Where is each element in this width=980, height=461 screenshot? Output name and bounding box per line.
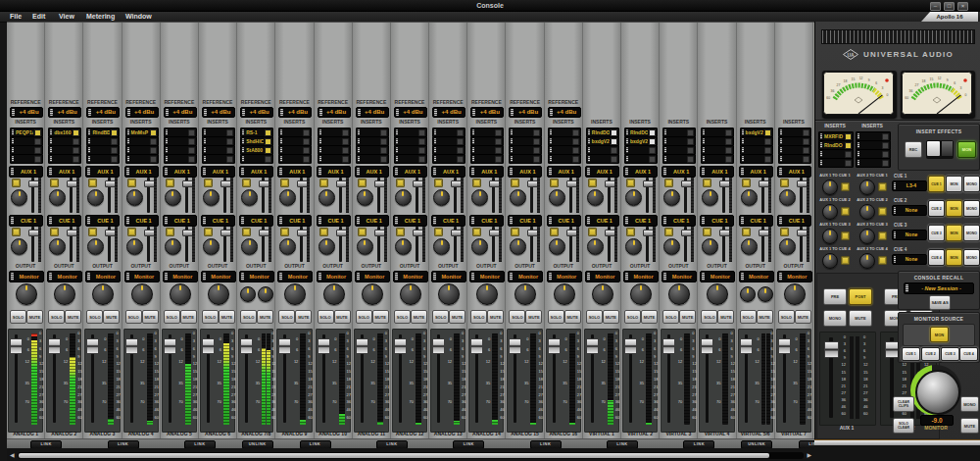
cue-send-level-knob[interactable] [49,238,66,255]
insert-effects-mon-button[interactable]: MON [957,141,976,158]
aux-send-level-knob[interactable] [741,189,758,206]
output-select[interactable]: Monitor [547,271,582,282]
insert-power-button[interactable] [572,129,579,136]
pan-left-knob[interactable] [240,286,256,302]
insert-power-button[interactable] [111,147,118,154]
pan-knob[interactable] [170,283,191,305]
insert-slot[interactable] [548,154,581,164]
insert-power-button[interactable] [845,133,852,140]
cue-send-level-knob[interactable] [779,238,796,255]
reference-level-select[interactable]: +4 dBu [470,107,504,118]
cue-send-header[interactable]: CUE 1 [9,215,43,227]
insert-power-button[interactable] [111,156,118,163]
cue-mon-button[interactable]: MON [946,225,962,241]
reference-level-select[interactable]: +4 dBu [202,107,235,118]
insert-power-button[interactable] [882,133,889,140]
solo-button[interactable]: SOLO [164,310,180,324]
insert-power-button[interactable] [611,147,617,154]
mute-button[interactable]: MUTE [487,310,504,324]
insert-power-button[interactable] [342,156,349,163]
cue-send-enable-button[interactable] [780,228,789,236]
cue-send-level-knob[interactable] [587,238,604,255]
reference-level-select[interactable]: +4 dBu [164,107,197,118]
clear-clips-button[interactable]: CLEAR CLIPS [893,396,914,412]
menu-metering[interactable]: Metering [86,13,115,20]
aux2-to-cue-enable-button[interactable] [878,231,887,240]
pan-knob[interactable] [284,283,306,305]
insert-power-button[interactable] [380,138,387,145]
insert-power-button[interactable] [882,160,889,167]
aux-send-enable-button[interactable] [742,179,751,187]
output-select[interactable]: Monitor [239,271,274,282]
pan-knob[interactable] [400,283,421,305]
aux-send-header[interactable]: AUX 1 [317,166,351,178]
insert-power-button[interactable] [882,151,889,158]
aux-send-enable-button[interactable] [703,179,711,187]
cue-send-enable-button[interactable] [88,228,97,236]
aux-send-header[interactable]: AUX 1 [85,166,120,178]
insert-power-button[interactable] [457,156,464,163]
aux1-to-cue-knob[interactable] [822,229,838,244]
solo-button[interactable]: SOLO [432,310,449,324]
aux1-to-cue-enable-button[interactable] [841,182,850,191]
cue-send-enable-button[interactable] [396,228,405,236]
insert-power-button[interactable] [265,138,271,145]
cue-source-select[interactable]: L3-4 [892,180,927,191]
monitor-source-cue3-button[interactable]: CUE 3 [941,347,959,361]
cue-send-enable-button[interactable] [319,228,328,236]
insert-power-button[interactable] [226,138,233,145]
cue-send-header[interactable]: CUE 1 [317,215,351,227]
insert-power-button[interactable] [188,147,195,154]
insert-power-button[interactable] [572,138,579,145]
cue-send-level-knob[interactable] [663,238,680,255]
aux-send-enable-button[interactable] [204,179,213,187]
insert-power-button[interactable] [34,156,41,163]
mute-button[interactable]: MUTE [757,310,773,324]
aux1-mono-button[interactable]: MONO [823,310,847,327]
output-select[interactable]: Monitor [508,271,543,282]
insert-power-button[interactable] [687,138,694,145]
output-select[interactable]: Monitor [317,271,352,282]
aux-send-header[interactable]: AUX 1 [777,166,811,178]
output-select[interactable]: Monitor [85,271,121,282]
cue-send-header[interactable]: CUE 1 [662,215,696,227]
cue-send-enable-button[interactable] [588,228,597,236]
close-button[interactable]: × [957,2,968,11]
channel-fader[interactable] [701,338,713,354]
insert-power-button[interactable] [687,147,694,154]
aux-send-enable-button[interactable] [50,179,59,187]
insert-power-button[interactable] [845,160,852,167]
insert-power-button[interactable] [845,151,852,158]
insert-power-button[interactable] [73,129,79,136]
monitor-source-cue4-button[interactable]: CUE 4 [959,347,978,361]
aux-master-fader[interactable] [824,341,839,358]
solo-button[interactable]: SOLO [701,310,717,324]
insert-power-button[interactable] [495,138,502,145]
aux-send-header[interactable]: AUX 1 [124,166,159,178]
aux-send-enable-button[interactable] [664,179,673,187]
insert-power-button[interactable] [188,156,195,163]
solo-button[interactable]: SOLO [662,310,679,324]
mute-button[interactable]: MUTE [334,310,351,324]
insert-power-button[interactable] [188,138,195,145]
mute-button[interactable]: MUTE [795,310,811,324]
insert-power-button[interactable] [73,156,79,163]
aux-send-level-knob[interactable] [549,189,565,206]
solo-button[interactable]: SOLO [202,310,219,324]
insert-slot[interactable] [701,154,734,164]
reference-level-select[interactable]: +4 dBu [356,107,389,118]
aux-send-enable-button[interactable] [127,179,136,187]
reference-level-select[interactable]: +4 dBu [240,107,273,118]
channel-fader[interactable] [394,338,407,354]
mute-button[interactable]: MUTE [103,310,120,324]
insert-effects-rocker-switch[interactable] [926,140,954,159]
mute-button[interactable]: MUTE [679,310,696,324]
output-select[interactable]: Monitor [739,271,774,282]
pan-knob[interactable] [514,283,536,305]
aux-send-header[interactable]: AUX 1 [547,166,581,178]
mute-button[interactable]: MUTE [219,310,235,324]
pan-knob[interactable] [438,283,460,305]
insert-slot[interactable] [394,154,427,164]
save-as-button[interactable]: SAVE AS [929,295,951,310]
cue-send-header[interactable]: CUE 1 [355,215,389,227]
